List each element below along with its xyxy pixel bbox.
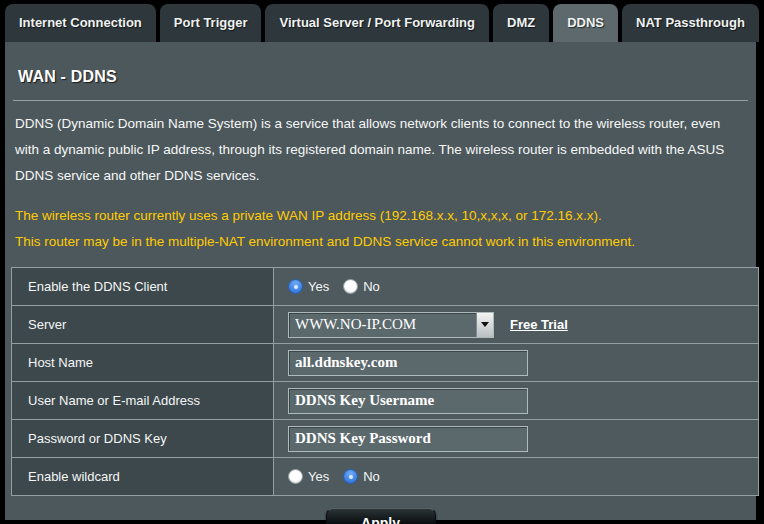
table-row-enable-ddns: Enable the DDNS Client Yes No — [12, 268, 759, 306]
radio-unselected-icon[interactable] — [343, 279, 358, 294]
wildcard-no-label: No — [363, 469, 380, 484]
wildcard-yes-label: Yes — [308, 469, 329, 484]
enable-ddns-yes-option[interactable]: Yes — [288, 279, 329, 294]
tab-nat-passthrough[interactable]: NAT Passthrough — [622, 4, 759, 42]
tab-dmz[interactable]: DMZ — [493, 4, 549, 42]
table-row-password: Password or DDNS Key — [12, 420, 759, 458]
tab-port-trigger[interactable]: Port Trigger — [160, 4, 262, 42]
radio-selected-icon[interactable] — [288, 279, 303, 294]
server-select-value: WWW.NO-IP.COM — [289, 316, 476, 333]
warning-line-2: This router may be in the multiple-NAT e… — [15, 229, 745, 255]
wildcard-no-option[interactable]: No — [343, 469, 380, 484]
chevron-down-icon — [481, 322, 489, 327]
username-label: User Name or E-mail Address — [12, 382, 274, 420]
page-title: WAN - DDNS — [8, 42, 753, 86]
table-row-username: User Name or E-mail Address — [12, 382, 759, 420]
host-name-label: Host Name — [12, 344, 274, 382]
enable-ddns-yes-label: Yes — [308, 279, 329, 294]
ddns-settings-table: Enable the DDNS Client Yes No Server — [11, 267, 759, 496]
warning-line-1: The wireless router currently uses a pri… — [15, 203, 745, 229]
table-row-wildcard: Enable wildcard Yes No — [12, 458, 759, 496]
table-row-server: Server WWW.NO-IP.COM Free Trial — [12, 306, 759, 344]
enable-ddns-no-label: No — [363, 279, 380, 294]
server-label: Server — [12, 306, 274, 344]
tab-ddns[interactable]: DDNS — [553, 4, 618, 42]
tab-bar: Internet Connection Port Trigger Virtual… — [0, 0, 764, 42]
password-input[interactable] — [288, 426, 528, 452]
table-row-host-name: Host Name — [12, 344, 759, 382]
apply-row: Apply — [8, 508, 753, 524]
enable-ddns-label: Enable the DDNS Client — [12, 268, 274, 306]
username-input[interactable] — [288, 388, 528, 414]
apply-button[interactable]: Apply — [326, 508, 436, 524]
warning-message: The wireless router currently uses a pri… — [8, 189, 753, 255]
tab-virtual-server-port-forwarding[interactable]: Virtual Server / Port Forwarding — [265, 4, 489, 42]
server-select-dropdown-button[interactable] — [476, 313, 493, 337]
enable-ddns-no-option[interactable]: No — [343, 279, 380, 294]
ddns-description: DDNS (Dynamic Domain Name System) is a s… — [8, 101, 753, 189]
password-label: Password or DDNS Key — [12, 420, 274, 458]
radio-unselected-icon[interactable] — [288, 469, 303, 484]
enable-ddns-radio-group: Yes No — [288, 279, 758, 294]
content-panel: WAN - DDNS DDNS (Dynamic Domain Name Sys… — [5, 42, 756, 520]
wildcard-radio-group: Yes No — [288, 469, 758, 484]
wildcard-label: Enable wildcard — [12, 458, 274, 496]
free-trial-link[interactable]: Free Trial — [510, 317, 568, 332]
host-name-input[interactable] — [288, 350, 528, 376]
wildcard-yes-option[interactable]: Yes — [288, 469, 329, 484]
radio-selected-icon[interactable] — [343, 469, 358, 484]
tab-internet-connection[interactable]: Internet Connection — [5, 4, 156, 42]
server-select[interactable]: WWW.NO-IP.COM — [288, 312, 494, 338]
